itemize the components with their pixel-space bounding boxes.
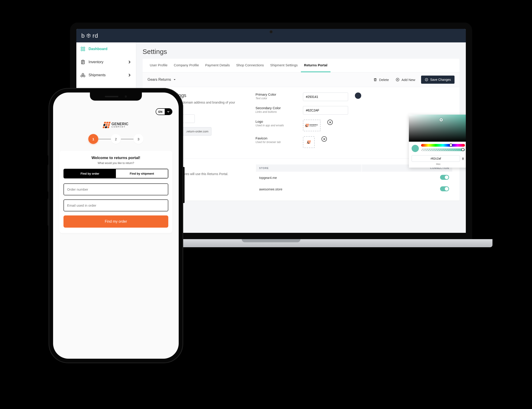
color-picker-popover: ▲▼ Hex bbox=[409, 115, 466, 168]
segment-find-by-order[interactable]: Find by order bbox=[64, 169, 116, 178]
save-changes-button[interactable]: Save Changes bbox=[421, 76, 455, 84]
stepper: 1 2 3 bbox=[59, 134, 172, 144]
sidebar-item-label: Shipments bbox=[89, 73, 106, 77]
favicon-preview bbox=[307, 141, 310, 144]
find-order-button[interactable]: Find my order bbox=[64, 215, 168, 228]
portal-dropdown[interactable]: Gears Returns bbox=[148, 78, 176, 82]
sidebar-item-inventory[interactable]: Inventory bbox=[76, 55, 136, 69]
label-secondary-color: Secondary Color bbox=[256, 106, 298, 110]
saturation-area[interactable] bbox=[409, 115, 466, 142]
sublabel-favicon: Used for browser tab bbox=[256, 141, 298, 144]
logo-clear-button[interactable] bbox=[327, 119, 333, 125]
check-circle-icon bbox=[425, 78, 428, 82]
search-mode-segment: Find by order Find by shipment bbox=[64, 169, 168, 178]
laptop-camera-dot bbox=[270, 31, 272, 33]
main-content: Settings User Profile Company Profile Pa… bbox=[136, 42, 466, 233]
plus-circle-icon bbox=[396, 78, 400, 82]
boxes-icon bbox=[80, 73, 86, 78]
tab-shop-connections[interactable]: Shop Connections bbox=[233, 59, 267, 72]
welcome-heading: Welcome to returns portal! bbox=[64, 156, 168, 160]
tab-shipment-settings[interactable]: Shipment Settings bbox=[267, 59, 301, 72]
dropdown-value: Gears Returns bbox=[148, 78, 171, 82]
phone-mockup: EN GENERICCOMPANY 1 2 3 bbox=[48, 88, 183, 363]
language-code: EN bbox=[156, 109, 165, 115]
chevron-right-icon bbox=[127, 73, 132, 78]
connection-toggle[interactable] bbox=[440, 186, 449, 191]
tab-company-profile[interactable]: Company Profile bbox=[171, 59, 202, 72]
table-row: topgear4.me bbox=[256, 172, 452, 183]
segment-find-by-shipment[interactable]: Find by shipment bbox=[116, 169, 168, 178]
close-icon bbox=[323, 138, 325, 140]
col-store: STORE bbox=[256, 164, 361, 172]
sublabel-primary-color: Text color bbox=[256, 97, 298, 100]
sidebar-item-shipments[interactable]: Shipments bbox=[76, 69, 136, 82]
domain-suffix: .return-order.com bbox=[183, 127, 211, 136]
sidebar-item-dashboard[interactable]: Dashboard bbox=[76, 42, 136, 55]
returns-card: Welcome to returns portal! What would yo… bbox=[59, 151, 172, 233]
label-primary-color: Primary Color bbox=[256, 92, 298, 96]
sublabel-secondary-color: Links and buttons bbox=[256, 110, 298, 113]
tab-payment-details[interactable]: Payment Details bbox=[202, 59, 233, 72]
tab-user-profile[interactable]: User Profile bbox=[147, 59, 171, 72]
step-1[interactable]: 1 bbox=[88, 134, 98, 144]
picker-preview-swatch bbox=[412, 145, 419, 152]
chevron-down-icon bbox=[165, 109, 172, 115]
brand-logo: b rd bbox=[81, 32, 98, 39]
cube-icon bbox=[86, 33, 91, 38]
connection-toggle[interactable] bbox=[440, 175, 449, 180]
favicon-clear-button[interactable] bbox=[322, 136, 327, 142]
step-3[interactable]: 3 bbox=[133, 134, 143, 144]
welcome-subtext: What would you like to return? bbox=[64, 162, 168, 165]
page-title: Settings bbox=[142, 48, 459, 55]
svg-rect-2 bbox=[81, 49, 82, 51]
phone-notch bbox=[90, 92, 142, 101]
svg-point-6 bbox=[425, 78, 428, 81]
language-selector[interactable]: EN bbox=[156, 108, 172, 115]
alpha-slider[interactable] bbox=[421, 148, 465, 151]
step-2[interactable]: 2 bbox=[111, 134, 121, 144]
hue-slider[interactable] bbox=[421, 144, 465, 147]
hex-label: Hex bbox=[409, 163, 466, 165]
label-favicon: Favicon bbox=[256, 136, 298, 140]
add-new-button[interactable]: Add New bbox=[395, 76, 416, 83]
svg-rect-1 bbox=[83, 47, 85, 48]
hue-knob[interactable] bbox=[449, 144, 453, 147]
close-icon bbox=[329, 121, 331, 124]
caret-down-icon bbox=[173, 78, 176, 81]
stores-table: STORE CONNECTION topgear4.me bbox=[256, 164, 453, 195]
alpha-knob[interactable] bbox=[461, 148, 465, 151]
table-row: awesomee.store bbox=[256, 184, 452, 195]
clipboard-icon bbox=[80, 60, 86, 64]
store-name: topgear4.me bbox=[256, 172, 361, 183]
svg-rect-0 bbox=[81, 47, 82, 48]
company-logo: GENERICCOMPANY bbox=[59, 122, 172, 128]
logo-preview: GENERICCOMPANY bbox=[305, 124, 318, 127]
format-stepper[interactable]: ▲▼ bbox=[462, 157, 465, 160]
tab-returns-portal[interactable]: Returns Portal bbox=[301, 59, 331, 72]
saturation-cursor[interactable] bbox=[440, 118, 443, 121]
favicon-upload[interactable] bbox=[303, 136, 315, 148]
primary-color-swatch[interactable] bbox=[355, 92, 361, 99]
label-logo: Logo bbox=[256, 119, 298, 123]
primary-color-input[interactable] bbox=[303, 92, 348, 101]
logo-upload[interactable]: GENERICCOMPANY bbox=[303, 119, 321, 131]
store-name: awesomee.store bbox=[256, 184, 361, 195]
order-number-input[interactable] bbox=[64, 183, 168, 195]
secondary-color-input[interactable] bbox=[303, 106, 348, 115]
hex-input[interactable] bbox=[412, 155, 460, 162]
delete-button[interactable]: Delete bbox=[372, 76, 390, 83]
sublabel-logo: Used in app and emails bbox=[256, 124, 298, 127]
chevron-right-icon bbox=[127, 60, 132, 64]
sidebar-item-label: Inventory bbox=[89, 60, 104, 64]
grid-icon bbox=[80, 46, 86, 51]
svg-rect-3 bbox=[83, 49, 85, 51]
trash-icon bbox=[373, 78, 377, 82]
toolbar: Gears Returns Delete Add New bbox=[142, 73, 459, 87]
settings-tabs: User Profile Company Profile Payment Det… bbox=[142, 59, 459, 73]
order-email-input[interactable] bbox=[64, 200, 168, 211]
sidebar-item-label: Dashboard bbox=[89, 47, 107, 51]
